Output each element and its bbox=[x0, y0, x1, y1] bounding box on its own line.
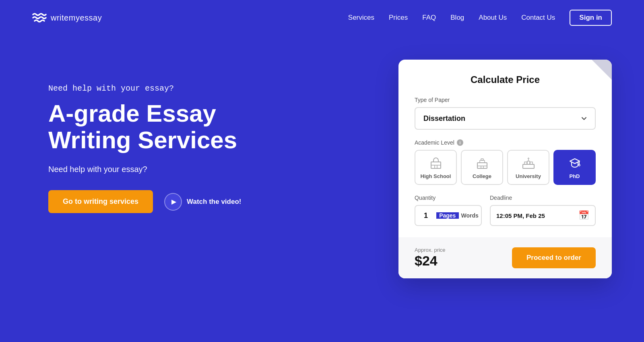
quantity-deadline-row: Quantity Pages Words Deadline bbox=[415, 195, 596, 226]
logo: writemyessay bbox=[32, 12, 102, 23]
college-icon bbox=[476, 157, 489, 170]
pages-tab[interactable]: Pages bbox=[436, 212, 459, 219]
svg-rect-3 bbox=[481, 159, 483, 160]
info-icon[interactable]: i bbox=[457, 139, 463, 146]
calculator-title: Calculate Price bbox=[415, 74, 596, 85]
calculator-card: Calculate Price Type of Paper Essay Diss… bbox=[398, 60, 612, 278]
deadline-input[interactable] bbox=[496, 212, 574, 219]
svg-point-8 bbox=[578, 164, 580, 166]
high-school-icon bbox=[429, 157, 442, 170]
approx-price-label: Approx. price bbox=[415, 247, 446, 253]
deadline-input-wrap: 📅 bbox=[490, 205, 596, 226]
logo-icon bbox=[32, 12, 47, 23]
svg-rect-7 bbox=[527, 161, 530, 164]
hero-section: Need help with your essay? A-grade Essay… bbox=[0, 35, 644, 303]
play-button[interactable]: ▶ bbox=[164, 193, 182, 211]
cta-button[interactable]: Go to writing services bbox=[48, 190, 153, 213]
nav-services[interactable]: Services bbox=[348, 14, 374, 22]
deadline-label: Deadline bbox=[490, 195, 596, 201]
calendar-icon[interactable]: 📅 bbox=[578, 210, 589, 221]
hero-title-line2: Writing Services bbox=[48, 126, 237, 153]
hero-tagline: Need help with your essay? bbox=[48, 84, 374, 93]
level-university[interactable]: University bbox=[507, 150, 549, 185]
phd-icon bbox=[568, 157, 581, 170]
deadline-section: Deadline 📅 bbox=[490, 195, 596, 226]
hero-title: A-grade Essay Writing Services bbox=[48, 100, 374, 153]
level-high-school[interactable]: High School bbox=[415, 150, 457, 185]
level-phd[interactable]: PhD bbox=[553, 150, 596, 185]
university-icon bbox=[522, 157, 535, 170]
academic-level-grid: High School College bbox=[415, 150, 596, 185]
signin-button[interactable]: Sign in bbox=[570, 10, 612, 26]
nav-contact[interactable]: Contact Us bbox=[521, 14, 555, 22]
qty-tabs: Pages Words bbox=[436, 212, 481, 219]
hero-actions: Go to writing services ▶ Watch the video… bbox=[48, 190, 374, 213]
price-value: $24 bbox=[415, 253, 446, 269]
quantity-input[interactable] bbox=[415, 211, 436, 220]
logo-text: writemyessay bbox=[51, 13, 102, 23]
college-label: College bbox=[473, 173, 491, 179]
quantity-label: Quantity bbox=[415, 195, 482, 201]
quantity-controls: Pages Words bbox=[415, 205, 482, 226]
nav-faq[interactable]: FAQ bbox=[422, 14, 436, 22]
nav-about[interactable]: About Us bbox=[479, 14, 507, 22]
nav-blog[interactable]: Blog bbox=[450, 14, 464, 22]
card-footer: Approx. price $24 Proceed to order bbox=[398, 237, 612, 278]
svg-rect-4 bbox=[523, 164, 534, 168]
high-school-label: High School bbox=[421, 173, 451, 179]
hero-content: Need help with your essay? A-grade Essay… bbox=[48, 60, 374, 213]
watch-video[interactable]: ▶ Watch the video! bbox=[164, 193, 241, 211]
academic-level-label: Academic Level i bbox=[415, 139, 596, 146]
main-nav: Services Prices FAQ Blog About Us Contac… bbox=[348, 10, 612, 26]
proceed-to-order-button[interactable]: Proceed to order bbox=[512, 247, 596, 268]
card-body: Calculate Price Type of Paper Essay Diss… bbox=[398, 60, 612, 226]
phd-label: PhD bbox=[570, 173, 580, 179]
header: writemyessay Services Prices FAQ Blog Ab… bbox=[0, 0, 644, 35]
level-college[interactable]: College bbox=[461, 150, 503, 185]
watch-label: Watch the video! bbox=[187, 198, 241, 206]
price-area: Approx. price $24 bbox=[415, 247, 446, 269]
svg-rect-1 bbox=[477, 163, 487, 168]
paper-type-select[interactable]: Essay Dissertation Research Paper Term P… bbox=[415, 107, 596, 130]
hero-subtitle: Need help with your essay? bbox=[48, 165, 374, 174]
words-tab[interactable]: Words bbox=[459, 212, 481, 219]
type-of-paper-label: Type of Paper bbox=[415, 97, 596, 103]
nav-prices[interactable]: Prices bbox=[389, 14, 408, 22]
quantity-section: Quantity Pages Words bbox=[415, 195, 482, 226]
play-icon: ▶ bbox=[171, 198, 176, 205]
hero-title-line1: A-grade Essay bbox=[48, 100, 216, 127]
university-label: University bbox=[516, 173, 541, 179]
